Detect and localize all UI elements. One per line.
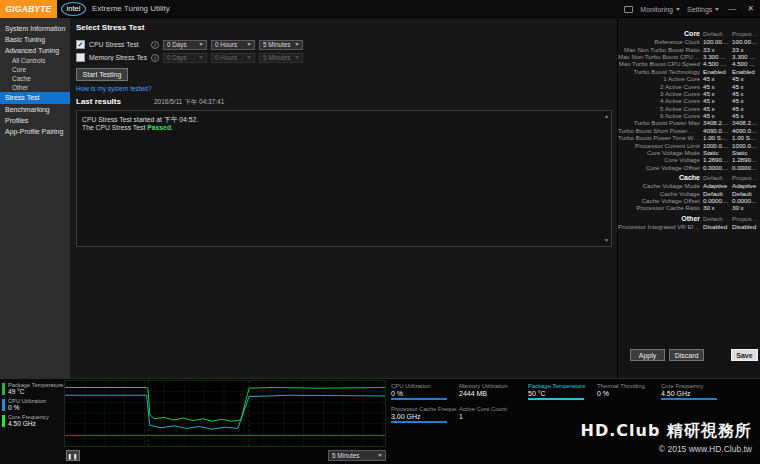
- checkbox-memory-stress-test[interactable]: [76, 53, 85, 62]
- sidebar-item-core[interactable]: Core: [0, 65, 70, 74]
- monitor-graph: [64, 380, 386, 447]
- chevron-down-icon: [247, 43, 251, 46]
- stat-label: Active Core Count: [459, 406, 525, 412]
- proposed-value: 3.300 GHz: [729, 53, 758, 60]
- sidebar-item-basic-tuning[interactable]: Basic Tuning: [0, 34, 70, 45]
- legend-item-cpu-utilization[interactable]: CPU Utilization0 %: [2, 398, 64, 411]
- tuning-row-max-non-turbo-boost-cpu-speed: Max Non-Turbo Boost CPU Speed3.300 GHz3.…: [618, 53, 760, 60]
- sidebar-item-system-information[interactable]: System Information: [0, 23, 70, 34]
- time-window-select[interactable]: 5 Minutes: [328, 450, 386, 461]
- tuning-label: Processor Current Limit: [618, 142, 700, 149]
- column-header-default: Default: [700, 174, 729, 181]
- stress-test-rows: ✓CPU Stress Testi0 Days0 Hours5 MinutesM…: [76, 38, 303, 64]
- chevron-down-icon[interactable]: [715, 8, 719, 11]
- tuning-row-max-non-turbo-boost-ratio: Max Non Turbo Boost Ratio33 x33 x: [618, 45, 760, 52]
- stat-underline: [391, 398, 447, 400]
- days-dropdown[interactable]: 0 Days: [163, 40, 207, 50]
- dropdown-value: 0 Days: [167, 54, 187, 61]
- tuning-label: Max Non-Turbo Boost CPU Speed: [618, 53, 700, 60]
- default-value: 45 x: [700, 83, 729, 90]
- sidebar-item-profiles[interactable]: Profiles: [0, 115, 70, 126]
- proposed-value: 45 x: [729, 75, 758, 82]
- minimize-button[interactable]: —: [726, 0, 738, 18]
- default-value: 100.0000 MHz: [700, 38, 729, 45]
- minutes-dropdown[interactable]: 5 Minutes: [259, 40, 303, 50]
- tuning-label: Core Voltage: [618, 156, 700, 163]
- sidebar-item-all-controls[interactable]: All Controls: [0, 56, 70, 65]
- sidebar-item-stress-test[interactable]: Stress Test: [0, 92, 70, 104]
- default-value: 4090.000 W: [700, 127, 729, 134]
- apply-button[interactable]: Apply: [630, 349, 665, 361]
- default-value: 30 x: [700, 204, 729, 211]
- start-testing-button[interactable]: Start Testing: [76, 68, 128, 81]
- default-value: Enabled: [700, 68, 729, 75]
- sidebar-item-app-profile-pairing[interactable]: App-Profile Pairing: [0, 126, 70, 137]
- stat-label: Processor Cache Freque...: [391, 406, 457, 412]
- graph-series-core-frequency: [65, 388, 385, 422]
- legend-item-package-temperature[interactable]: Package Temperature49 °C: [2, 382, 64, 395]
- minutes-dropdown: 5 Minutes: [259, 53, 303, 63]
- stat-value: 1: [459, 413, 525, 420]
- scroll-up-icon[interactable]: ▲: [604, 114, 609, 119]
- titlebar: GIGABYTE intel Extreme Tuning Utility Mo…: [0, 0, 760, 18]
- days-dropdown: 0 Days: [163, 53, 207, 63]
- tuning-label: Max Turbo Boost CPU Speed: [618, 60, 700, 67]
- tuning-label: Cache Voltage: [618, 190, 700, 197]
- pause-button[interactable]: ❚❚: [66, 450, 80, 461]
- tuning-section-header-cache: CacheDefaultProposed: [618, 173, 760, 182]
- stat-processor-cache-freque: Processor Cache Freque...3.00 GHz: [391, 406, 457, 423]
- discard-button[interactable]: Discard: [669, 349, 704, 361]
- default-value: 3.300 GHz: [700, 53, 729, 60]
- chevron-down-icon[interactable]: [676, 8, 680, 11]
- tuning-row-core-voltage-mode: Core Voltage ModeStaticStatic: [618, 149, 760, 156]
- hours-dropdown[interactable]: 0 Hours: [211, 40, 255, 50]
- stat-label: Memory Utilization: [459, 383, 525, 389]
- tuning-row-reference-clock: Reference Clock100.0000 MHz100.0000 MHz: [618, 38, 760, 45]
- tuning-label: Cache Voltage Mode: [618, 182, 700, 189]
- info-icon[interactable]: i: [151, 54, 159, 62]
- dropdown-value: 0 Days: [167, 41, 187, 48]
- proposed-value: 33 x: [729, 46, 758, 53]
- proposed-value: 45 x: [729, 90, 758, 97]
- default-value: Static: [700, 149, 729, 156]
- tuning-label: 3 Active Cores: [618, 90, 700, 97]
- close-button[interactable]: ✕: [745, 0, 756, 18]
- tuning-row-turbo-boost-short-power-max: Turbo Boost Short Power Max4090.000 W409…: [618, 127, 760, 134]
- chevron-down-icon: [199, 56, 203, 59]
- default-value: Adaptive: [700, 182, 729, 189]
- tuning-row-core-voltage-offset: Core Voltage Offset0.0000000 mV0.0000000…: [618, 164, 760, 171]
- info-icon[interactable]: i: [151, 41, 159, 49]
- legend-swatch: [2, 415, 5, 427]
- legend-value: 4.50 GHz: [8, 420, 64, 427]
- tuning-row-processor-cache-ratio: Processor Cache Ratio30 x30 x: [618, 204, 760, 211]
- dropdown-value: 5 Minutes: [263, 54, 290, 61]
- default-value: 0.0000000 mV: [700, 197, 729, 204]
- stat-value: 4.50 GHz: [661, 390, 727, 397]
- sidebar-item-advanced-tuning[interactable]: Advanced Tuning: [0, 45, 70, 56]
- sidebar-item-other[interactable]: Other: [0, 83, 70, 92]
- checkbox-cpu-stress-test[interactable]: ✓: [76, 40, 85, 49]
- stat-underline: [459, 421, 515, 423]
- how-tested-link[interactable]: How is my system tested?: [76, 85, 152, 92]
- save-button[interactable]: Save: [731, 349, 758, 361]
- result-passed-text: Passed: [147, 124, 171, 131]
- proposed-value: 1.2890625 V: [729, 156, 758, 163]
- stat-package-temperature: Package Temperature50 °C: [528, 383, 594, 400]
- scroll-down-icon[interactable]: ▼: [604, 238, 609, 243]
- tuning-row-4-active-cores: 4 Active Cores45 x45 x: [618, 97, 760, 104]
- graph-series-package-temperature: [65, 395, 385, 429]
- legend-item-core-frequency[interactable]: Core Frequency4.50 GHz: [2, 414, 64, 427]
- stat-underline: [459, 398, 515, 400]
- sidebar-item-benchmarking[interactable]: Benchmarking: [0, 104, 70, 115]
- tuning-row-max-turbo-boost-cpu-speed: Max Turbo Boost CPU Speed4.500 GHz4.500 …: [618, 60, 760, 67]
- default-value: 1.00 Seconds: [700, 134, 729, 141]
- sidebar-item-cache[interactable]: Cache: [0, 74, 70, 83]
- stress-test-row-cpu-stress-test: ✓CPU Stress Testi0 Days0 Hours5 Minutes: [76, 38, 303, 51]
- stat-underline: [661, 398, 717, 400]
- legend-value: 0 %: [8, 404, 64, 411]
- tuning-row-turbo-boost-power-max: Turbo Boost Power Max3408.250 W3408.250 …: [618, 119, 760, 126]
- section-title: Cache: [618, 174, 700, 181]
- monitoring-menu[interactable]: Monitoring: [640, 6, 673, 13]
- stat-thermal-throttling: Thermal Throttling0 %: [597, 383, 663, 400]
- settings-menu[interactable]: Settings: [687, 6, 712, 13]
